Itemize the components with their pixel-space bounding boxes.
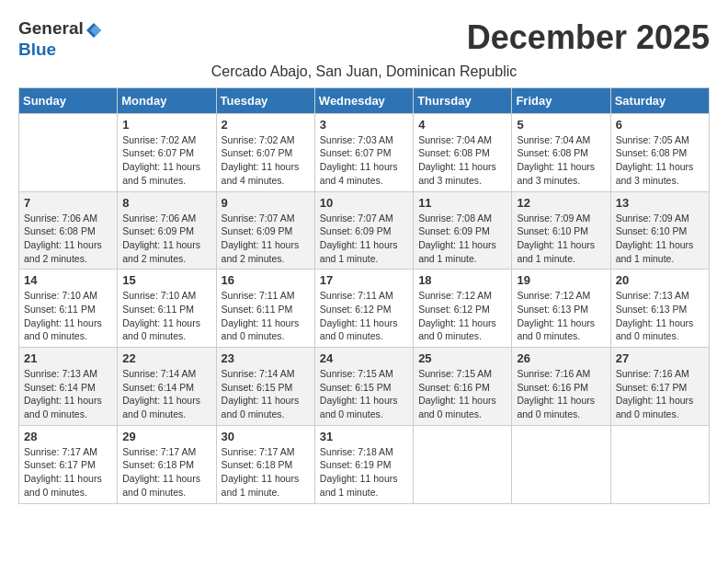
- day-number: 18: [418, 273, 506, 287]
- day-info: Sunrise: 7:09 AM Sunset: 6:10 PM Dayligh…: [517, 212, 605, 266]
- month-title: December 2025: [467, 18, 710, 57]
- week-row-3: 14Sunrise: 7:10 AM Sunset: 6:11 PM Dayli…: [19, 270, 710, 348]
- calendar-cell: 2Sunrise: 7:02 AM Sunset: 6:07 PM Daylig…: [216, 113, 314, 191]
- week-row-2: 7Sunrise: 7:06 AM Sunset: 6:08 PM Daylig…: [19, 191, 710, 270]
- day-info: Sunrise: 7:09 AM Sunset: 6:10 PM Dayligh…: [616, 212, 704, 266]
- weekday-header-saturday: Saturday: [610, 87, 709, 113]
- calendar-cell: 7Sunrise: 7:06 AM Sunset: 6:08 PM Daylig…: [19, 191, 118, 270]
- day-info: Sunrise: 7:17 AM Sunset: 6:18 PM Dayligh…: [122, 445, 210, 500]
- day-number: 29: [122, 430, 210, 443]
- day-number: 25: [418, 351, 506, 365]
- day-number: 5: [517, 118, 605, 132]
- calendar-cell: 12Sunrise: 7:09 AM Sunset: 6:10 PM Dayli…: [512, 191, 610, 270]
- calendar-cell: 10Sunrise: 7:07 AM Sunset: 6:09 PM Dayli…: [314, 191, 413, 270]
- day-info: Sunrise: 7:14 AM Sunset: 6:14 PM Dayligh…: [122, 367, 210, 421]
- day-info: Sunrise: 7:02 AM Sunset: 6:07 PM Dayligh…: [122, 133, 210, 188]
- day-number: 6: [616, 118, 704, 132]
- day-info: Sunrise: 7:08 AM Sunset: 6:09 PM Dayligh…: [418, 212, 506, 266]
- day-number: 2: [222, 118, 310, 132]
- calendar-cell: 11Sunrise: 7:08 AM Sunset: 6:09 PM Dayli…: [414, 191, 512, 270]
- logo-general-text: General: [18, 18, 84, 38]
- calendar-cell: 9Sunrise: 7:07 AM Sunset: 6:09 PM Daylig…: [216, 191, 314, 270]
- subtitle: Cercado Abajo, San Juan, Dominican Repub…: [18, 63, 710, 80]
- day-info: Sunrise: 7:02 AM Sunset: 6:07 PM Dayligh…: [222, 133, 310, 188]
- calendar-cell: 13Sunrise: 7:09 AM Sunset: 6:10 PM Dayli…: [610, 191, 709, 270]
- day-number: 16: [222, 273, 310, 287]
- calendar-cell: 24Sunrise: 7:15 AM Sunset: 6:15 PM Dayli…: [314, 348, 413, 426]
- logo: General Blue: [18, 18, 103, 60]
- calendar-cell: [19, 113, 118, 191]
- day-number: 14: [24, 273, 112, 287]
- day-number: 26: [517, 351, 605, 365]
- calendar-cell: 6Sunrise: 7:05 AM Sunset: 6:08 PM Daylig…: [610, 113, 709, 191]
- day-number: 31: [320, 430, 408, 443]
- day-number: 28: [24, 430, 112, 443]
- week-row-1: 1Sunrise: 7:02 AM Sunset: 6:07 PM Daylig…: [19, 113, 710, 191]
- weekday-header-tuesday: Tuesday: [216, 87, 314, 113]
- calendar-cell: 26Sunrise: 7:16 AM Sunset: 6:16 PM Dayli…: [512, 348, 610, 426]
- weekday-header-friday: Friday: [512, 87, 610, 113]
- calendar-cell: 5Sunrise: 7:04 AM Sunset: 6:08 PM Daylig…: [512, 113, 610, 191]
- day-number: 17: [320, 273, 408, 287]
- day-info: Sunrise: 7:14 AM Sunset: 6:15 PM Dayligh…: [222, 367, 310, 421]
- calendar-cell: 1Sunrise: 7:02 AM Sunset: 6:07 PM Daylig…: [118, 113, 216, 191]
- calendar-cell: 23Sunrise: 7:14 AM Sunset: 6:15 PM Dayli…: [216, 348, 314, 426]
- day-info: Sunrise: 7:17 AM Sunset: 6:17 PM Dayligh…: [24, 445, 112, 500]
- calendar-cell: [610, 425, 709, 503]
- day-info: Sunrise: 7:12 AM Sunset: 6:13 PM Dayligh…: [517, 289, 605, 343]
- calendar-cell: 16Sunrise: 7:11 AM Sunset: 6:11 PM Dayli…: [216, 270, 314, 348]
- day-number: 8: [122, 196, 210, 210]
- day-info: Sunrise: 7:16 AM Sunset: 6:17 PM Dayligh…: [616, 367, 704, 421]
- day-number: 7: [24, 196, 112, 210]
- day-info: Sunrise: 7:11 AM Sunset: 6:11 PM Dayligh…: [222, 289, 310, 343]
- day-number: 30: [222, 430, 310, 443]
- week-row-4: 21Sunrise: 7:13 AM Sunset: 6:14 PM Dayli…: [19, 348, 710, 426]
- calendar-cell: 4Sunrise: 7:04 AM Sunset: 6:08 PM Daylig…: [414, 113, 512, 191]
- day-info: Sunrise: 7:15 AM Sunset: 6:15 PM Dayligh…: [320, 367, 408, 421]
- logo-arrow-icon: [85, 21, 103, 40]
- day-info: Sunrise: 7:13 AM Sunset: 6:13 PM Dayligh…: [616, 289, 704, 343]
- day-number: 1: [122, 118, 210, 132]
- calendar-cell: 3Sunrise: 7:03 AM Sunset: 6:07 PM Daylig…: [314, 113, 413, 191]
- day-info: Sunrise: 7:11 AM Sunset: 6:12 PM Dayligh…: [320, 289, 408, 343]
- calendar-cell: 25Sunrise: 7:15 AM Sunset: 6:16 PM Dayli…: [414, 348, 512, 426]
- day-info: Sunrise: 7:18 AM Sunset: 6:19 PM Dayligh…: [320, 445, 408, 500]
- day-number: 15: [122, 273, 210, 287]
- calendar-table: SundayMondayTuesdayWednesdayThursdayFrid…: [18, 87, 710, 504]
- weekday-header-row: SundayMondayTuesdayWednesdayThursdayFrid…: [19, 87, 710, 113]
- day-info: Sunrise: 7:17 AM Sunset: 6:18 PM Dayligh…: [222, 445, 310, 500]
- calendar-cell: [414, 425, 512, 503]
- day-info: Sunrise: 7:07 AM Sunset: 6:09 PM Dayligh…: [222, 212, 310, 266]
- day-number: 3: [320, 118, 408, 132]
- calendar-cell: 15Sunrise: 7:10 AM Sunset: 6:11 PM Dayli…: [118, 270, 216, 348]
- day-info: Sunrise: 7:12 AM Sunset: 6:12 PM Dayligh…: [418, 289, 506, 343]
- day-info: Sunrise: 7:06 AM Sunset: 6:09 PM Dayligh…: [122, 212, 210, 266]
- calendar-cell: 29Sunrise: 7:17 AM Sunset: 6:18 PM Dayli…: [118, 425, 216, 503]
- logo-blue-text: Blue: [18, 40, 56, 59]
- calendar-cell: 22Sunrise: 7:14 AM Sunset: 6:14 PM Dayli…: [118, 348, 216, 426]
- calendar-cell: 19Sunrise: 7:12 AM Sunset: 6:13 PM Dayli…: [512, 270, 610, 348]
- day-info: Sunrise: 7:05 AM Sunset: 6:08 PM Dayligh…: [616, 133, 704, 188]
- day-info: Sunrise: 7:10 AM Sunset: 6:11 PM Dayligh…: [24, 289, 112, 343]
- day-number: 4: [418, 118, 506, 132]
- calendar-cell: 8Sunrise: 7:06 AM Sunset: 6:09 PM Daylig…: [118, 191, 216, 270]
- calendar-cell: 17Sunrise: 7:11 AM Sunset: 6:12 PM Dayli…: [314, 270, 413, 348]
- week-row-5: 28Sunrise: 7:17 AM Sunset: 6:17 PM Dayli…: [19, 425, 710, 503]
- day-number: 23: [222, 351, 310, 365]
- calendar-cell: 28Sunrise: 7:17 AM Sunset: 6:17 PM Dayli…: [19, 425, 118, 503]
- calendar-cell: 27Sunrise: 7:16 AM Sunset: 6:17 PM Dayli…: [610, 348, 709, 426]
- day-info: Sunrise: 7:06 AM Sunset: 6:08 PM Dayligh…: [24, 212, 112, 266]
- weekday-header-wednesday: Wednesday: [314, 87, 413, 113]
- day-number: 21: [24, 351, 112, 365]
- day-info: Sunrise: 7:13 AM Sunset: 6:14 PM Dayligh…: [24, 367, 112, 421]
- weekday-header-monday: Monday: [118, 87, 216, 113]
- day-number: 9: [222, 196, 310, 210]
- day-info: Sunrise: 7:15 AM Sunset: 6:16 PM Dayligh…: [418, 367, 506, 421]
- calendar-cell: 21Sunrise: 7:13 AM Sunset: 6:14 PM Dayli…: [19, 348, 118, 426]
- calendar-cell: 20Sunrise: 7:13 AM Sunset: 6:13 PM Dayli…: [610, 270, 709, 348]
- day-number: 13: [616, 196, 704, 210]
- day-number: 11: [418, 196, 506, 210]
- day-info: Sunrise: 7:10 AM Sunset: 6:11 PM Dayligh…: [122, 289, 210, 343]
- page-header: General Blue December 2025: [18, 18, 710, 60]
- day-info: Sunrise: 7:16 AM Sunset: 6:16 PM Dayligh…: [517, 367, 605, 421]
